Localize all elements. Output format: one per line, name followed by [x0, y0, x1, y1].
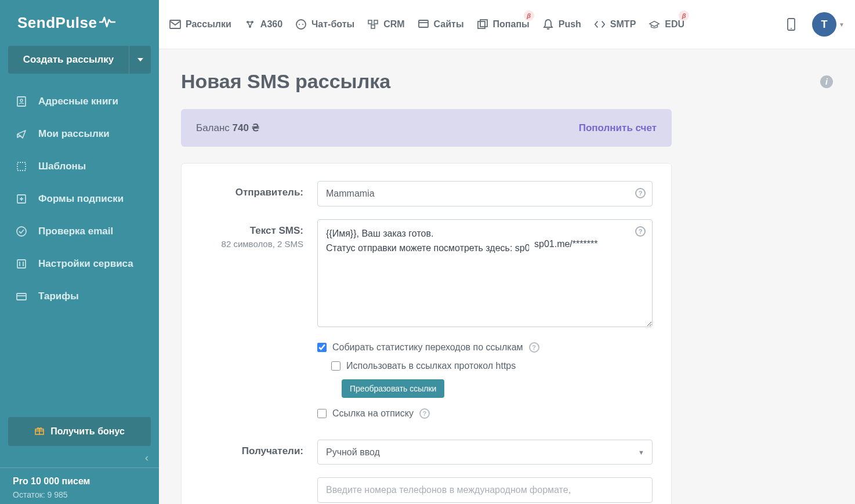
chat-icon — [295, 19, 307, 30]
info-icon[interactable]: i — [820, 75, 833, 88]
gift-icon — [34, 425, 45, 438]
book-icon — [15, 95, 28, 108]
avatar: T — [812, 12, 836, 37]
sms-text-textarea[interactable] — [317, 219, 653, 327]
topnav-sites[interactable]: Сайты — [418, 19, 464, 30]
svg-point-13 — [299, 24, 300, 25]
svg-rect-17 — [371, 25, 375, 28]
svg-point-12 — [296, 20, 306, 29]
topnav-label: Сайты — [434, 19, 464, 30]
sidebar-item-email-check[interactable]: Проверка email — [0, 215, 159, 248]
topnav-label: Попапы — [493, 19, 530, 30]
sidebar-item-label: Тарифы — [38, 291, 79, 302]
beta-badge: β — [524, 10, 534, 21]
check-icon — [15, 225, 28, 238]
settings-icon — [15, 258, 28, 270]
recipients-label: Получатели: — [200, 445, 303, 457]
topnav-chatbots[interactable]: Чат-боты — [295, 19, 354, 30]
svg-point-22 — [791, 28, 792, 29]
bonus-label: Получить бонус — [50, 426, 125, 437]
stats-checkbox[interactable] — [317, 343, 327, 352]
topnav-label: A360 — [260, 19, 282, 30]
stats-checkbox-label: Собирать статистику переходов по ссылкам — [332, 342, 523, 353]
sidebar-item-settings[interactable]: Настройки сервиса — [0, 248, 159, 280]
svg-rect-15 — [368, 20, 372, 24]
create-campaign-dropdown[interactable] — [129, 46, 151, 74]
topnav-label: Push — [559, 19, 581, 30]
card-icon — [15, 290, 28, 303]
sidebar-item-label: Шаблоны — [38, 161, 86, 172]
sidebar-item-label: Формы подписки — [38, 193, 124, 205]
svg-rect-19 — [478, 21, 485, 28]
topnav-push[interactable]: Push — [542, 19, 581, 30]
sidebar-item-templates[interactable]: Шаблоны — [0, 150, 159, 183]
help-icon[interactable]: ? — [529, 342, 539, 353]
phones-input[interactable] — [317, 477, 653, 503]
topnav-edu[interactable]: EDU β — [649, 19, 684, 30]
topnav-a360[interactable]: A360 — [244, 19, 282, 30]
sms-text-label: Текст SMS: — [200, 225, 303, 237]
svg-rect-16 — [374, 20, 378, 24]
sender-label: Отправитель: — [200, 187, 303, 198]
sms-text-counter: 82 символов, 2 SMS — [200, 239, 303, 249]
svg-point-1 — [20, 99, 23, 101]
create-campaign-label: Создать рассылку — [8, 46, 129, 74]
help-icon[interactable]: ? — [635, 188, 646, 198]
svg-point-4 — [17, 227, 26, 236]
unsubscribe-checkbox[interactable] — [317, 409, 327, 418]
sidebar-nav: Адресные книги Мои рассылки Шаблоны Форм… — [0, 85, 159, 410]
plan-name: Pro 10 000 писем — [13, 476, 146, 487]
sidebar-item-my-campaigns[interactable]: Мои рассылки — [0, 118, 159, 150]
unsubscribe-checkbox-label: Ссылка на отписку — [332, 408, 414, 419]
balance-bar: Баланс 740 ₴ Пополнить счет — [181, 109, 672, 147]
svg-rect-18 — [419, 20, 428, 27]
sidebar: SendPulse Создать рассылку Адресные книг… — [0, 0, 159, 504]
create-campaign-button[interactable]: Создать рассылку — [8, 46, 151, 74]
edu-icon — [649, 19, 660, 30]
balance-amount: 740 ₴ — [233, 122, 259, 133]
user-menu[interactable]: T ▼ — [812, 12, 845, 37]
svg-rect-5 — [17, 260, 26, 268]
pulse-icon — [99, 16, 115, 31]
sender-input[interactable] — [317, 181, 653, 206]
topup-link[interactable]: Пополнить счет — [579, 122, 657, 134]
page-title: Новая SMS рассылка — [181, 70, 390, 93]
sidebar-item-address-books[interactable]: Адресные книги — [0, 85, 159, 118]
mobile-icon[interactable] — [783, 16, 799, 32]
sidebar-item-label: Мои рассылки — [38, 128, 110, 140]
balance-text: Баланс 740 ₴ — [196, 122, 259, 134]
https-checkbox-label: Использовать в ссылках протокол https — [346, 361, 516, 371]
template-icon — [15, 160, 28, 173]
sidebar-collapse-button[interactable]: ‹ — [0, 446, 159, 467]
topnav-label: Рассылки — [186, 19, 231, 30]
beta-badge: β — [679, 10, 689, 21]
topnav-label: SMTP — [610, 19, 636, 30]
topnav-crm[interactable]: CRM — [367, 19, 404, 30]
sidebar-item-plans[interactable]: Тарифы — [0, 280, 159, 313]
form-card: Отправитель: ? Текст SMS: 82 символов, 2… — [181, 163, 672, 504]
get-bonus-button[interactable]: Получить бонус — [8, 417, 151, 446]
topnav-popups[interactable]: Попапы β — [477, 19, 530, 30]
crm-icon — [367, 19, 379, 30]
bell-icon — [542, 19, 554, 30]
chevron-down-icon: ▼ — [839, 21, 845, 28]
sidebar-item-label: Проверка email — [38, 226, 113, 237]
topnav-smtp[interactable]: SMTP — [594, 19, 636, 30]
site-icon — [418, 19, 429, 30]
sidebar-item-forms[interactable]: Формы подписки — [0, 183, 159, 215]
plan-remaining: Остаток: 9 985 — [13, 490, 146, 499]
logo[interactable]: SendPulse — [0, 0, 159, 46]
help-icon[interactable]: ? — [635, 226, 646, 237]
https-checkbox[interactable] — [331, 361, 340, 371]
sidebar-item-label: Адресные книги — [38, 96, 118, 107]
convert-links-button[interactable]: Преобразовать ссылки — [342, 379, 444, 398]
svg-point-14 — [302, 24, 303, 25]
topnav-label: EDU — [665, 19, 684, 30]
mail-icon — [169, 19, 181, 30]
top-nav: Рассылки A360 Чат-боты CRM Сайты Попапы — [159, 0, 855, 49]
popup-icon — [477, 19, 488, 30]
help-icon[interactable]: ? — [419, 408, 430, 419]
topnav-campaigns[interactable]: Рассылки — [169, 19, 231, 30]
plan-info: Pro 10 000 писем Остаток: 9 985 — [0, 467, 159, 504]
recipients-select[interactable]: Ручной ввод — [317, 440, 653, 465]
